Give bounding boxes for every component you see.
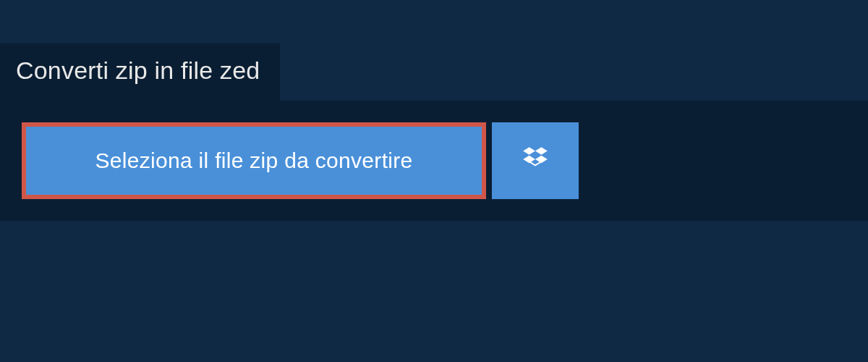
upload-panel: Seleziona il file zip da convertire <box>0 101 868 221</box>
tab-title: Converti zip in file zed <box>16 56 260 84</box>
tab-convert[interactable]: Converti zip in file zed <box>0 43 280 101</box>
dropbox-icon <box>520 144 550 177</box>
select-file-label: Seleziona il file zip da convertire <box>95 148 412 172</box>
select-file-button[interactable]: Seleziona il file zip da convertire <box>22 122 486 199</box>
dropbox-button[interactable] <box>492 122 579 199</box>
upload-area: Seleziona il file zip da convertire <box>22 122 579 199</box>
tab-bar: Converti zip in file zed <box>0 0 868 101</box>
